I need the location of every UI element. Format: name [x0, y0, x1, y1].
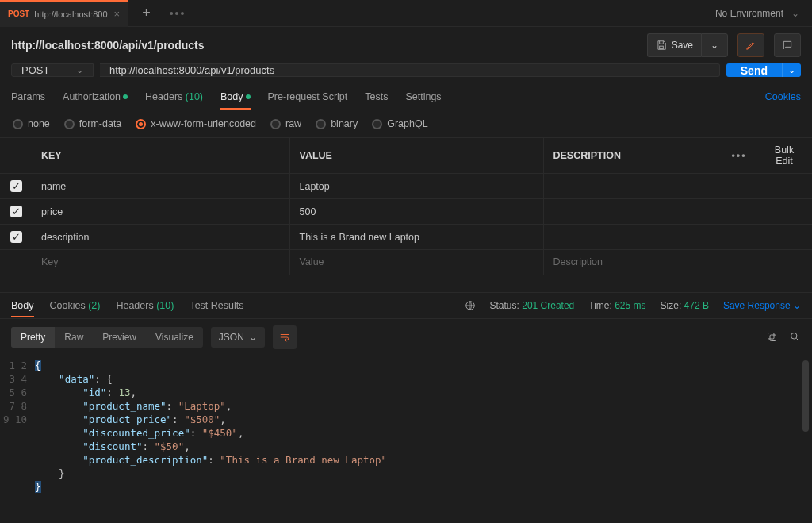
viewer-visualize[interactable]: Visualize	[146, 327, 203, 348]
radio-icon	[270, 119, 281, 129]
cell-desc[interactable]	[543, 225, 812, 250]
save-icon	[656, 40, 667, 51]
tab-method: POST	[8, 10, 29, 18]
edit-button[interactable]	[737, 33, 764, 57]
close-icon[interactable]: ×	[113, 8, 122, 20]
tab-overflow-button[interactable]: •••	[170, 7, 186, 20]
response-json: { "data": { "id": 13, "product_name": "L…	[35, 356, 387, 498]
cell-desc[interactable]	[543, 199, 812, 225]
cell-value[interactable]: This is a Brand new Laptop	[289, 225, 543, 250]
viewer-raw[interactable]: Raw	[55, 327, 93, 348]
wrap-lines-button[interactable]	[273, 325, 297, 349]
body-type-graphql[interactable]: GraphQL	[372, 118, 427, 129]
svg-rect-3	[768, 333, 775, 340]
radio-icon	[316, 119, 326, 129]
request-title: http://localhost:8000/api/v1/products	[11, 39, 205, 52]
kv-header-row: KEY VALUE DESCRIPTION ••• Bulk Edit	[0, 138, 812, 174]
search-icon[interactable]	[789, 331, 801, 343]
radio-icon	[136, 119, 146, 129]
method-value: POST	[21, 64, 49, 76]
tab-active[interactable]: POST http://localhost:800 ×	[0, 0, 128, 27]
response-size: Size: 472 B	[661, 300, 709, 311]
body-type-formdata[interactable]: form-data	[64, 118, 122, 129]
send-dropdown-button[interactable]: ⌄	[782, 63, 801, 77]
tab-tests[interactable]: Tests	[365, 85, 388, 109]
tab-authorization[interactable]: Authorization	[63, 85, 128, 109]
col-key: KEY	[32, 138, 289, 174]
save-label: Save	[672, 40, 693, 51]
more-icon[interactable]: •••	[731, 150, 746, 161]
viewer-pretty[interactable]: Pretty	[11, 327, 55, 348]
status-code: Status: 201 Created	[490, 300, 575, 311]
cell-key[interactable]: price	[32, 199, 289, 225]
copy-icon[interactable]	[766, 331, 778, 343]
radio-icon	[64, 119, 75, 129]
table-row[interactable]: ✓ description This is a Brand new Laptop	[0, 225, 812, 250]
cookies-link[interactable]: Cookies	[765, 91, 801, 102]
save-dropdown-button[interactable]: ⌄	[701, 33, 728, 57]
cell-key[interactable]: description	[32, 225, 289, 250]
chevron-down-icon: ⌄	[76, 65, 83, 75]
radio-icon	[372, 119, 382, 129]
body-type-urlencoded[interactable]: x-www-form-urlencoded	[136, 118, 256, 129]
body-type-none[interactable]: none	[13, 118, 50, 129]
svg-point-4	[791, 333, 798, 340]
cell-key[interactable]: name	[32, 174, 289, 199]
bulk-edit-button[interactable]: Bulk Edit	[775, 144, 794, 167]
cell-value[interactable]: 500	[289, 199, 543, 225]
save-button[interactable]: Save	[647, 33, 701, 57]
environment-selector[interactable]: No Environment ⌄	[703, 8, 812, 19]
tab-settings[interactable]: Settings	[405, 85, 441, 109]
body-type-binary[interactable]: binary	[316, 118, 358, 129]
desc-placeholder[interactable]: Description	[543, 250, 812, 275]
table-row[interactable]: ✓ name Laptop	[0, 174, 812, 199]
row-checkbox[interactable]: ✓	[10, 206, 22, 217]
line-gutter: 1 2 3 4 5 6 7 8 9 10	[0, 356, 35, 498]
col-value: VALUE	[289, 138, 543, 174]
globe-icon[interactable]	[465, 300, 476, 311]
send-button[interactable]: Send	[726, 63, 782, 77]
tab-title: http://localhost:800	[34, 10, 107, 19]
row-checkbox[interactable]: ✓	[10, 180, 22, 192]
body-type-raw[interactable]: raw	[270, 118, 301, 129]
pencil-icon	[745, 40, 756, 51]
tab-body[interactable]: Body	[220, 85, 251, 109]
viewer-preview[interactable]: Preview	[93, 327, 146, 348]
row-checkbox[interactable]: ✓	[10, 231, 22, 243]
response-format-select[interactable]: JSON ⌄	[211, 327, 265, 348]
svg-rect-0	[659, 46, 663, 49]
comments-button[interactable]	[774, 33, 801, 57]
response-tab-headers[interactable]: Headers (10)	[116, 294, 174, 317]
response-tab-cookies[interactable]: Cookies (2)	[50, 294, 101, 317]
save-response-button[interactable]: Save Response ⌄	[723, 300, 801, 311]
url-input[interactable]: http://localhost:8000/api/v1/products	[100, 63, 720, 77]
tab-pre-request[interactable]: Pre-request Script	[268, 85, 348, 109]
cell-desc[interactable]	[543, 174, 812, 199]
response-body[interactable]: 1 2 3 4 5 6 7 8 9 10 { "data": { "id": 1…	[0, 356, 812, 498]
radio-icon	[13, 119, 23, 129]
response-tab-tests[interactable]: Test Results	[190, 294, 243, 317]
cell-value[interactable]: Laptop	[289, 174, 543, 199]
response-tab-body[interactable]: Body	[11, 294, 34, 317]
url-value: http://localhost:8000/api/v1/products	[109, 64, 274, 76]
environment-label: No Environment	[715, 8, 783, 19]
table-row-new[interactable]: Key Value Description	[0, 250, 812, 275]
status-dot-icon	[246, 94, 251, 99]
chevron-down-icon: ⌄	[788, 65, 795, 75]
table-row[interactable]: ✓ price 500	[0, 199, 812, 225]
scrollbar[interactable]	[802, 360, 809, 432]
status-dot-icon	[123, 94, 128, 99]
svg-rect-2	[770, 335, 776, 341]
key-placeholder[interactable]: Key	[32, 250, 289, 275]
comment-icon	[782, 40, 793, 51]
response-time: Time: 625 ms	[588, 300, 645, 311]
method-select[interactable]: POST ⌄	[11, 63, 94, 77]
tab-params[interactable]: Params	[11, 85, 45, 109]
value-placeholder[interactable]: Value	[289, 250, 543, 275]
chevron-down-icon: ⌄	[710, 40, 718, 51]
new-tab-button[interactable]: +	[142, 5, 151, 21]
chevron-down-icon: ⌄	[249, 332, 257, 343]
col-desc: DESCRIPTION	[543, 138, 722, 174]
tab-headers[interactable]: Headers (10)	[145, 85, 203, 109]
chevron-down-icon: ⌄	[791, 8, 799, 19]
